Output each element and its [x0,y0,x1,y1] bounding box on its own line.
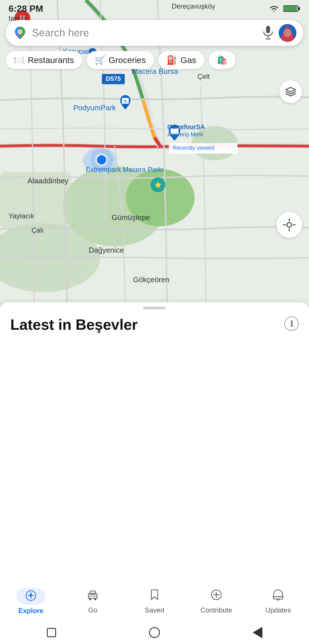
updates-icon [272,588,285,601]
svg-text:🛍: 🛍 [123,99,127,103]
bottom-sheet-title: Latest in Beşevler [10,316,299,333]
gps-icon [283,218,296,231]
info-button[interactable]: ℹ [284,317,299,331]
go-icon [86,588,99,601]
nav-go-label: Go [88,606,97,614]
system-nav [0,621,309,644]
restaurants-icon: 🍽️ [14,55,24,65]
sheet-handle[interactable] [143,307,166,309]
category-groceries[interactable]: 🛒 Groceries [87,51,154,69]
layers-icon [285,86,297,98]
google-maps-logo [13,25,27,40]
groceries-label: Groceries [109,55,146,65]
battery-icon [283,5,300,13]
svg-text:⭐: ⭐ [154,181,162,188]
svg-text:Recently viewed: Recently viewed [173,145,215,151]
category-restaurants[interactable]: 🍽️ Restaurants [6,51,82,69]
svg-point-56 [94,598,96,600]
location-button[interactable] [276,212,302,238]
svg-point-46 [284,29,292,37]
gas-icon: ⛽ [167,55,177,65]
search-input[interactable]: Search here [32,27,258,39]
system-back-button[interactable] [252,627,263,638]
status-bar: 6:28 PM [0,0,309,17]
status-time: 6:28 PM [9,3,43,14]
nav-contribute[interactable]: Contribute [185,588,247,614]
category-shopping[interactable]: 🛍️ [209,51,235,69]
nav-updates-label: Updates [265,606,291,614]
svg-text:Çelt: Çelt [197,72,210,80]
system-recent-button[interactable] [46,627,57,638]
svg-text:Extrempark Macera Parkı: Extrempark Macera Parkı [86,166,164,173]
svg-point-52 [30,594,32,597]
svg-text:Çalı: Çalı [31,226,44,234]
svg-point-55 [89,598,91,600]
svg-rect-42 [266,26,270,33]
status-icons [268,5,300,13]
recent-apps-icon [47,628,56,637]
nav-contribute-label: Contribute [201,606,232,614]
explore-icon [24,589,37,602]
user-avatar[interactable] [279,24,296,42]
nav-go[interactable]: Go [62,588,124,614]
nav-explore[interactable]: Explore [0,588,62,615]
svg-rect-54 [90,591,95,594]
system-home-button[interactable] [149,627,160,638]
category-pills: 🍽️ Restaurants 🛒 Groceries ⛽ Gas 🛍️ [0,51,309,69]
nav-explore-label: Explore [18,607,43,615]
restaurants-label: Restaurants [28,55,74,65]
bottom-nav: Explore Go Saved [0,581,309,621]
svg-text:Alışveriş Merk: Alışveriş Merk [167,131,204,138]
bottom-sheet: Latest in Beşevler ℹ [0,302,309,584]
nav-saved[interactable]: Saved [124,588,185,614]
contribute-icon [210,588,223,601]
svg-rect-39 [284,6,297,11]
svg-text:CarrefourSA: CarrefourSA [167,123,205,130]
svg-text:Gümüştepe: Gümüştepe [112,213,150,222]
svg-point-47 [287,223,292,227]
svg-rect-38 [298,7,300,10]
nav-saved-label: Saved [145,606,164,614]
mic-icon[interactable] [263,25,274,41]
shopping-icon: 🛍️ [217,55,227,65]
home-icon [149,627,160,638]
svg-text:Gökçeören: Gökçeören [133,275,169,284]
nav-updates[interactable]: Updates [247,588,309,614]
search-bar[interactable]: Search here [6,20,303,46]
svg-point-41 [19,30,21,33]
groceries-icon: 🛒 [95,55,105,65]
svg-text:PodyumPark: PodyumPark [73,103,116,112]
back-icon [253,627,262,638]
saved-icon [148,588,161,601]
svg-text:D575: D575 [106,75,121,82]
map-layers-button[interactable] [279,80,302,103]
svg-text:Alaaddinbey: Alaaddinbey [27,176,68,185]
map-container[interactable]: D575 H 🛍 ⭐ Dereçavuşköy Korupark PodyumP… [0,0,309,315]
svg-text:Dağyenice: Dağyenice [89,246,124,254]
category-gas[interactable]: ⛽ Gas [159,51,204,69]
wifi-icon [268,5,280,12]
gas-label: Gas [181,55,196,65]
svg-text:Yaylacık: Yaylacık [9,212,34,220]
